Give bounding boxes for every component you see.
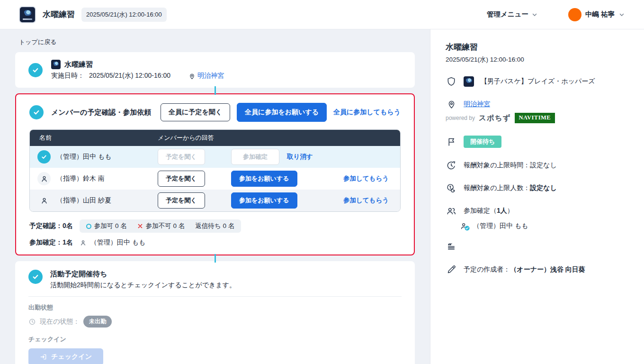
sidebar-confirmed-row: 参加確定（1人） (446, 206, 629, 216)
page-title: 水曜練習 (43, 9, 75, 20)
check-icon (41, 154, 47, 160)
people-icon (446, 206, 456, 216)
flag-icon (447, 137, 456, 147)
sidebar-reward-time-row: 報酬対象の上限時間：設定なし (446, 160, 629, 171)
request-join-button[interactable]: 参加をお願いする (231, 171, 297, 187)
ok-count: 参加可 0 名 (94, 222, 127, 230)
sidebar-event-title: 水曜練習 (446, 42, 629, 53)
user-menu-button[interactable]: 中嶋 祐寧 (568, 8, 625, 21)
allow-join-link[interactable]: 参加してもらう (343, 175, 389, 182)
schedule-count-label: 予定確認：0名 (29, 222, 73, 230)
checkin-section-label: チェックイン (28, 335, 402, 344)
reward-people-value: 設定なし (530, 184, 557, 191)
timeline-connector (215, 86, 216, 95)
sidebar-team-row: 【男子バスケ】ブレイズ・ホッパーズ (446, 76, 629, 87)
powered-by-label: powered by (446, 115, 475, 121)
confirmed-member-row: （管理）田中 もも (460, 222, 629, 230)
sposuru-logo[interactable]: スポちず (479, 113, 510, 123)
team-logo (464, 76, 474, 87)
check-icon (32, 273, 39, 281)
back-to-top-link[interactable]: トップに戻る (19, 38, 57, 46)
allow-all-join-link[interactable]: 全員に参加してもらう (333, 108, 401, 117)
step-done-icon (29, 105, 44, 119)
member-confirmed-icon (37, 150, 51, 164)
column-response: メンバーからの回答 (158, 134, 400, 142)
section-title: メンバーの予定確認・参加依頼 (51, 108, 151, 117)
login-arrow-icon (40, 353, 47, 361)
member-avatar (37, 172, 51, 185)
attendance-status-badge: 未出勤 (83, 316, 112, 328)
member-name: （指導）山田 紗夏 (56, 196, 111, 205)
current-state-label: 現在の状態： (40, 318, 80, 326)
team-logo (51, 60, 61, 69)
creator-label: 予定の作成者： (464, 265, 510, 273)
sidebar-event-datetime: 2025/05/21(水) 12:00-16:00 (446, 55, 629, 64)
navitime-badge[interactable]: NAVITIME (515, 113, 555, 123)
confirmed-count: 1人 (497, 207, 507, 214)
ask-all-schedule-button[interactable]: 全員に予定を聞く (161, 103, 230, 121)
clock-limit-icon (446, 160, 456, 171)
section-description: 活動開始2時間前になるとチェックインすることができます。 (50, 281, 236, 290)
sidebar-status-row: 開催待ち (446, 136, 629, 148)
user-name: 中嶋 祐寧 (585, 10, 615, 19)
person-icon (40, 175, 48, 183)
table-row: （管理）田中 もも 予定を聞く 参加確定 取り消す (30, 146, 400, 168)
allow-join-link[interactable]: 参加してもらう (343, 197, 389, 204)
ng-count: 参加不可 0 名 (146, 222, 185, 230)
location-pin-icon (447, 99, 456, 109)
admin-menu-label: 管理メニュー (487, 10, 528, 19)
main-column: トップに戻る 水曜練習 実施日時： 2025/05/21(水) 12:00-16… (0, 29, 430, 364)
chevron-down-icon (531, 11, 538, 18)
confirmed-member-name: （管理）田中 もも (473, 222, 528, 230)
event-status-badge: 開催待ち (464, 136, 501, 148)
confirmed-member-name: （管理）田中 もも (90, 238, 146, 247)
notes-icon (447, 243, 456, 252)
table-header: 名前 メンバーからの回答 (30, 130, 400, 146)
cancel-join-link[interactable]: 取り消す (287, 153, 313, 161)
check-badge-icon (465, 226, 470, 231)
response-summary-pill: 参加可 0 名 参加不可 0 名 返信待ち 0 名 (80, 219, 241, 233)
ask-schedule-button[interactable]: 予定を聞く (158, 171, 205, 187)
event-date-badge: 2025/05/21(水) 12:00-16:00 (81, 8, 167, 22)
person-icon (40, 197, 48, 205)
topbar: 水曜練習 2025/05/21(水) 12:00-16:00 管理メニュー 中嶋… (0, 0, 644, 29)
ask-schedule-button: 予定を聞く (158, 149, 205, 165)
request-join-button[interactable]: 参加をお願いする (231, 192, 297, 209)
attendance-section-label: 出勤状態 (28, 303, 402, 312)
ok-ring-icon (86, 224, 91, 229)
member-table: 名前 メンバーからの回答 （管理）田中 もも 予定を聞く 参 (29, 129, 401, 212)
event-datetime-value: 2025/05/21(水) 12:00-16:00 (89, 72, 170, 80)
join-confirmed-button: 参加確定 (231, 149, 279, 165)
team-name: 【男子バスケ】ブレイズ・ホッパーズ (481, 77, 595, 86)
event-datetime-label: 実施日時： (51, 72, 84, 80)
waiting-count: 返信待ち 0 名 (195, 222, 234, 230)
timeline-connector (215, 254, 216, 263)
location-link[interactable]: 明治神宮 (464, 100, 490, 109)
sidebar-creator-row: 予定の作成者：（オーナー）浅谷 向日葵 (446, 264, 629, 274)
member-avatar (37, 194, 51, 207)
sidebar-reward-people-row: 報酬対象の上限人数：設定なし (446, 183, 629, 193)
step-done-icon (28, 63, 43, 77)
ask-schedule-button[interactable]: 予定を聞く (158, 192, 205, 209)
sidebar-location-row: 明治神宮 (446, 99, 629, 109)
section-title: 活動予定開催待ち (50, 270, 236, 279)
pencil-icon (447, 264, 456, 274)
confirmed-count-label: 参加確定：1名 (29, 238, 73, 247)
divider (28, 296, 402, 297)
event-location-link[interactable]: 明治神宮 (188, 72, 224, 80)
sidebar-notes-row (446, 243, 629, 252)
admin-menu-button[interactable]: 管理メニュー (487, 10, 538, 19)
check-icon (32, 66, 39, 74)
member-name: （指導）鈴木 南 (56, 174, 105, 183)
shield-icon (446, 76, 456, 87)
detail-sidebar: 水曜練習 2025/05/21(水) 12:00-16:00 【男子バスケ】ブレ… (430, 29, 644, 364)
member-request-card: メンバーの予定確認・参加依頼 全員に予定を聞く 全員に参加をお願いする 全員に参… (15, 93, 415, 255)
check-icon (33, 109, 40, 116)
member-name: （管理）田中 もも (56, 153, 112, 161)
reward-people-label: 報酬対象の上限人数： (464, 184, 530, 191)
chevron-down-icon (618, 11, 625, 18)
column-name: 名前 (30, 134, 158, 142)
table-row: （指導）山田 紗夏 予定を聞く 参加をお願いする 参加してもらう (30, 190, 400, 211)
request-all-join-button[interactable]: 全員に参加をお願いする (237, 103, 327, 122)
creator-value: （オーナー）浅谷 向日葵 (510, 265, 585, 273)
